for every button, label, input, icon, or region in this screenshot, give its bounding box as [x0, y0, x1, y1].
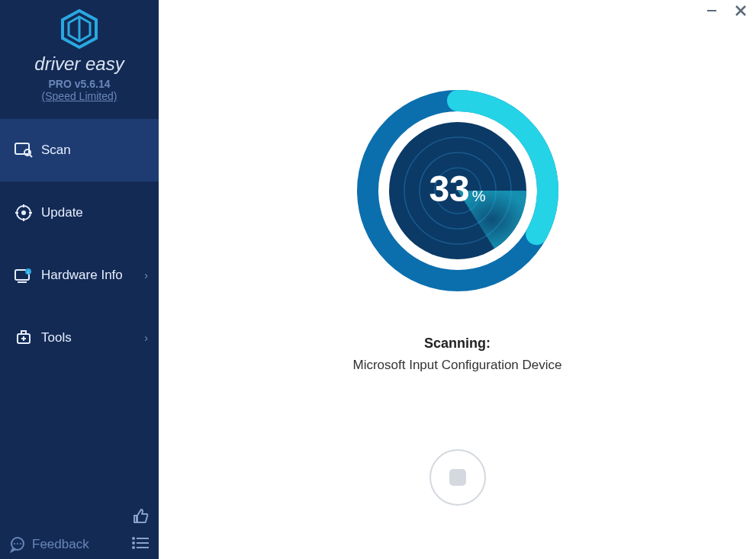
- main-area: 33 % Scanning: Microsoft Input Configura…: [159, 0, 756, 559]
- nav-label-scan: Scan: [41, 143, 71, 158]
- version-label: PRO v5.6.14: [0, 78, 159, 90]
- logo-area: driver easy PRO v5.6.14 (Speed Limited): [0, 0, 159, 108]
- menu-icon[interactable]: [131, 536, 150, 553]
- svg-rect-8: [23, 204, 24, 207]
- svg-line-5: [30, 155, 32, 157]
- bottom-icons: [131, 507, 150, 553]
- minimize-button[interactable]: [706, 5, 718, 21]
- feedback-button[interactable]: Feedback: [9, 536, 89, 553]
- chat-icon: [9, 536, 26, 553]
- nav-label-hardware: Hardware Info: [41, 268, 123, 283]
- window-controls: [706, 5, 747, 21]
- bottom-bar: Feedback: [0, 498, 159, 559]
- nav-label-tools: Tools: [41, 330, 72, 345]
- progress-text: 33 %: [429, 168, 485, 210]
- svg-text:i: i: [27, 270, 28, 275]
- nav-item-tools[interactable]: Tools ›: [0, 307, 159, 369]
- update-icon: [14, 204, 34, 221]
- svg-point-23: [20, 543, 21, 545]
- svg-rect-3: [15, 143, 29, 154]
- scan-area: 33 % Scanning: Microsoft Input Configura…: [159, 0, 756, 506]
- chevron-right-icon: ›: [144, 332, 148, 344]
- scan-status: Scanning: Microsoft Input Configuration …: [352, 336, 561, 373]
- svg-point-22: [17, 543, 18, 545]
- stop-icon: [449, 469, 466, 486]
- svg-point-21: [14, 543, 15, 545]
- svg-point-24: [132, 537, 135, 540]
- svg-rect-9: [23, 218, 24, 221]
- nav: Scan Update i Hardware Info › Tools ›: [0, 119, 159, 369]
- scan-icon: [14, 143, 34, 158]
- thumbs-up-icon[interactable]: [131, 507, 150, 528]
- nav-item-scan[interactable]: Scan: [0, 119, 159, 182]
- nav-item-update[interactable]: Update: [0, 182, 159, 244]
- logo-icon: [58, 8, 101, 50]
- svg-point-28: [132, 546, 135, 549]
- nav-item-hardware[interactable]: i Hardware Info ›: [0, 244, 159, 307]
- percent-symbol: %: [472, 188, 486, 205]
- tools-icon: [14, 329, 34, 346]
- feedback-label: Feedback: [32, 537, 89, 552]
- svg-rect-17: [21, 331, 26, 334]
- svg-rect-11: [29, 212, 32, 214]
- brand-name: driver easy: [0, 53, 159, 75]
- close-button[interactable]: [735, 5, 747, 21]
- svg-rect-10: [15, 212, 18, 214]
- progress-percent: 33: [429, 168, 469, 210]
- svg-point-26: [132, 541, 135, 545]
- svg-point-7: [21, 210, 26, 215]
- sidebar: driver easy PRO v5.6.14 (Speed Limited) …: [0, 0, 159, 559]
- stop-button[interactable]: [429, 449, 486, 506]
- speed-limited-link[interactable]: (Speed Limited): [0, 90, 159, 102]
- progress-ring: 33 %: [351, 84, 565, 297]
- nav-label-update: Update: [41, 205, 83, 220]
- scanning-label: Scanning:: [352, 336, 561, 352]
- current-device: Microsoft Input Configuration Device: [352, 358, 561, 373]
- chevron-right-icon: ›: [144, 269, 148, 281]
- hardware-icon: i: [14, 268, 34, 283]
